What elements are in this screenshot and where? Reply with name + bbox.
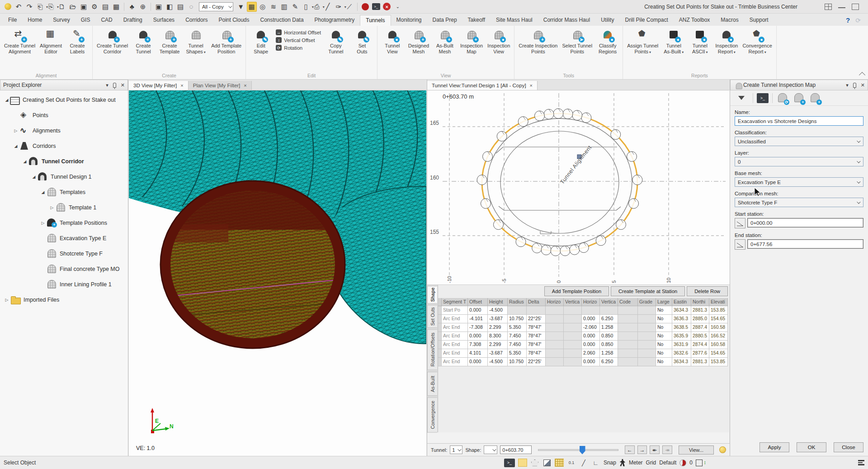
classification-select[interactable]: Unclassified <box>735 137 863 146</box>
inspection-point[interactable] <box>518 117 528 127</box>
next-keystation-button[interactable]: ↠ <box>662 445 672 454</box>
inspection-point[interactable] <box>516 237 526 247</box>
expand-icon[interactable]: ◢ <box>31 175 37 179</box>
snap-label[interactable]: Snap <box>604 460 616 466</box>
tunnel-select[interactable]: 1 <box>450 445 462 454</box>
save-icon[interactable]: ▣ <box>79 2 89 12</box>
tab-3d-view-my-filter[interactable]: 3D View [My Filter]× <box>129 81 189 90</box>
station-picker-icon[interactable] <box>735 239 745 250</box>
shaded-view-icon[interactable] <box>542 459 552 467</box>
layer-manager-icon[interactable]: ▦ <box>247 2 257 12</box>
inspection-point[interactable] <box>570 245 580 255</box>
tab-data-prep[interactable]: Data Prep <box>427 15 462 26</box>
tab-macros[interactable]: Macros <box>715 15 744 26</box>
minimize-icon[interactable] <box>838 4 845 8</box>
close-button[interactable]: Close <box>834 442 863 452</box>
default-label[interactable]: Default <box>659 460 676 466</box>
tree-item-inner-lining-profile-1[interactable]: Inner Lining Profile 1 <box>0 277 128 292</box>
image-view-icon[interactable]: ▤ <box>175 2 185 12</box>
report-icon[interactable]: ▤ <box>100 2 110 12</box>
precision-icon[interactable]: 0.1 <box>567 459 576 467</box>
ribbon-button-tunnel-as-built[interactable]: ●TunnelAs-Built▾ <box>660 28 687 56</box>
layers-stack-icon[interactable]: ≋ <box>269 2 278 12</box>
inspection-point[interactable] <box>627 152 637 161</box>
panel-dropdown-icon[interactable]: ▾ <box>106 82 108 88</box>
ribbon-button-designed-mesh[interactable]: +DesignedMesh <box>406 28 432 56</box>
tab-close-icon[interactable]: × <box>244 83 246 88</box>
tab-point-clouds[interactable]: Point Clouds <box>213 15 255 26</box>
measure-angle-icon[interactable]: ⟋ <box>344 2 354 12</box>
vertical-tab-shape[interactable]: Shape <box>427 286 437 303</box>
presentation-icon[interactable]: ▦ <box>111 2 121 12</box>
tab-utility[interactable]: Utility <box>595 15 619 26</box>
station-slider[interactable] <box>538 449 618 451</box>
ribbon-button-horizontal-offset[interactable]: ↔Horizontal Offset <box>276 29 321 35</box>
delete-row-button[interactable]: Delete Row <box>687 286 728 296</box>
ribbon-button-inspection-map[interactable]: +InspectionMap <box>458 28 485 56</box>
column-header-horizo-5[interactable]: Horizo <box>546 298 564 306</box>
stop-icon[interactable]: × <box>382 2 392 12</box>
column-header-height-2[interactable]: Height <box>488 298 508 306</box>
tab-survey[interactable]: Survey <box>47 15 75 26</box>
station-input[interactable]: 0+603.70 <box>500 445 531 454</box>
export-file-icon[interactable]: ⎘ <box>46 2 56 12</box>
ribbon-button-create-labels[interactable]: +CreateLabels <box>64 28 90 56</box>
tab-takeoff[interactable]: Takeoff <box>462 15 491 26</box>
inspection-point[interactable] <box>572 110 582 120</box>
ribbon-button-select-tunnel-points[interactable]: ➤Select TunnelPoints <box>560 28 594 56</box>
selection-rectangle-icon[interactable] <box>518 459 527 467</box>
inspection-point[interactable] <box>534 111 544 121</box>
lightbulb-icon[interactable] <box>719 446 726 453</box>
as-built-mesh-add-icon[interactable]: + <box>809 92 821 104</box>
inspection-point[interactable] <box>579 243 589 253</box>
globe-icon[interactable]: ⊕ <box>138 2 148 12</box>
ribbon-button-set-outs[interactable]: ✎SetOuts <box>349 28 375 56</box>
tree-item-points[interactable]: Points <box>0 108 128 123</box>
tab-file[interactable]: File <box>3 15 22 26</box>
tab-plan-view-my-filter[interactable]: Plan View [My Filter]× <box>189 81 252 90</box>
vertical-tab-as-built[interactable]: As-Built <box>427 372 437 396</box>
ribbon-button-edit-shape[interactable]: ✎EditShape <box>248 28 274 56</box>
table-row[interactable]: Arc End7.3082.2997.45078°47'0.0000.850No… <box>438 341 730 349</box>
viewport-size-icon[interactable] <box>696 460 703 466</box>
tab-tunnels[interactable]: Tunnels <box>360 15 391 26</box>
inspection-point[interactable] <box>544 109 554 119</box>
filter-icon[interactable]: ▼ <box>236 2 246 12</box>
ribbon-button-add-template-position[interactable]: +Add TemplatePosition <box>209 28 244 56</box>
sync-icon[interactable]: ⟳ <box>855 17 861 24</box>
ribbon-button-create-tunnel[interactable]: +CreateTunnel <box>130 28 156 56</box>
column-header-vertica-6[interactable]: Vertica <box>564 298 582 306</box>
expand-icon[interactable]: ◢ <box>13 144 19 148</box>
measure-slope-icon[interactable]: ✑ <box>334 2 344 12</box>
tab-close-icon[interactable]: × <box>180 83 183 88</box>
canvas-3d[interactable]: E N VE: 1.0 <box>129 90 426 456</box>
ribbon-button-convergence-report[interactable]: ●ConvergenceReport▾ <box>740 28 774 56</box>
tab-corridors[interactable]: Corridors <box>180 15 213 26</box>
cube-view-icon[interactable]: ◧ <box>165 2 175 12</box>
table-row[interactable]: Arc End-4.101-3.68710.75022°25'0.0006.25… <box>438 315 730 323</box>
redo-icon[interactable]: ↷ <box>24 2 34 12</box>
panel-close-icon[interactable]: ✕ <box>861 82 865 88</box>
vertical-tab-convergence[interactable]: Convergence <box>427 397 437 432</box>
inspection-point[interactable] <box>611 129 621 139</box>
tab-construction-data[interactable]: Construction Data <box>255 15 309 26</box>
inspection-point[interactable] <box>551 246 561 256</box>
tab-drafting[interactable]: Drafting <box>118 15 148 26</box>
vegetation-icon[interactable]: ♣ <box>127 2 137 12</box>
inspection-point[interactable] <box>481 199 491 208</box>
selection-scope-select[interactable]: All - Copy <box>199 2 233 11</box>
tree-item-final-concrete-type-mo[interactable]: Final concrete Type MO <box>0 261 128 277</box>
properties-page-icon[interactable]: ▥ <box>279 2 289 12</box>
expand-icon[interactable]: ◢ <box>40 190 46 194</box>
perpendicular-snap-icon[interactable]: ∟ <box>591 459 600 467</box>
undo-icon[interactable]: ↶ <box>14 2 24 12</box>
collapse-icon[interactable]: ▷ <box>13 128 19 133</box>
tree-item-templates[interactable]: ◢Templates <box>0 185 128 200</box>
tab-photogrammetry[interactable]: Photogrammetry <box>309 15 360 26</box>
start-station-input[interactable]: 0+000.00 <box>747 218 863 227</box>
prev-station-button[interactable]: ← <box>625 445 635 454</box>
tree-item-tunnel-corridor[interactable]: ◢Tunnel Corridor <box>0 154 128 169</box>
add-template-position-button[interactable]: Add Template Position <box>544 286 609 296</box>
table-row[interactable]: Arc End0.000-4.50010.75022°25'0.0006.250… <box>438 358 730 366</box>
name-input[interactable]: Exacavation vs Shotcrete Designs <box>735 116 863 126</box>
